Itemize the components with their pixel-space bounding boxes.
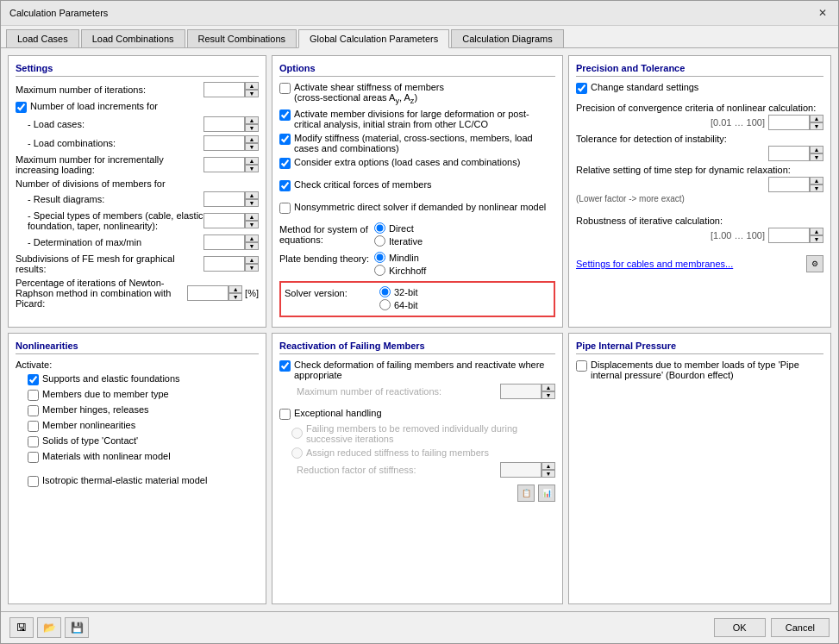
supports-checkbox[interactable] <box>28 374 39 385</box>
solver-32-radio[interactable] <box>379 286 391 297</box>
robustness-down[interactable]: ▼ <box>810 235 823 243</box>
max-reactivations-input[interactable]: 5 <box>500 384 542 399</box>
iterative-radio[interactable] <box>374 235 385 247</box>
robustness-up[interactable]: ▲ <box>810 228 823 235</box>
load-combinations-down[interactable]: ▼ <box>245 143 259 151</box>
max-incrementally-up[interactable]: ▲ <box>245 157 259 165</box>
tab-result-combinations[interactable]: Result Combinations <box>187 29 297 47</box>
options-title: Options <box>279 63 555 77</box>
bottom-buttons: OK Cancel <box>714 618 830 637</box>
convergence-down[interactable]: ▼ <box>810 122 823 130</box>
tolerance-input[interactable]: 1.00 <box>768 146 810 161</box>
subdivisions-spinbox: 0 ▲ ▼ <box>203 256 259 272</box>
cables-icon[interactable]: ⚙ <box>806 255 823 272</box>
convergence-input[interactable]: 10.00 <box>768 115 810 130</box>
tolerance-down[interactable]: ▼ <box>810 153 823 161</box>
load-increments-checkbox[interactable] <box>16 102 27 113</box>
max-iterations-down[interactable]: ▼ <box>245 90 259 97</box>
mindlin-radio-row: Mindlin <box>374 252 426 263</box>
modify-stiffness-checkbox[interactable] <box>279 134 291 145</box>
members-type-checkbox[interactable] <box>28 390 39 401</box>
max-reactivations-down[interactable]: ▼ <box>542 391 555 399</box>
solver-64-radio[interactable] <box>379 299 391 310</box>
determination-down[interactable]: ▼ <box>245 242 259 250</box>
check-deform-checkbox[interactable] <box>279 360 291 372</box>
max-reactivations-label: Maximum number of reactivations: <box>297 386 500 397</box>
exceptional-checkbox[interactable] <box>279 409 291 420</box>
reduction-down[interactable]: ▼ <box>542 470 555 478</box>
load-cases-up[interactable]: ▲ <box>245 116 259 124</box>
reduction-input[interactable]: 1000 <box>500 462 542 478</box>
materials-checkbox[interactable] <box>28 452 39 463</box>
solids-checkbox[interactable] <box>28 436 39 447</box>
special-types-input[interactable]: 10 <box>203 213 245 228</box>
max-incrementally-input[interactable]: 1000 <box>203 157 245 172</box>
tab-load-cases[interactable]: Load Cases <box>6 29 79 47</box>
member-nonlinear-checkbox[interactable] <box>28 421 39 432</box>
load-cases-down[interactable]: ▼ <box>245 124 259 132</box>
kirchhoff-radio[interactable] <box>374 265 385 276</box>
shear-stiffness-row: Activate shear stiffness of members(cros… <box>279 82 555 105</box>
options-panel: Options Activate shear stiffness of memb… <box>272 55 563 328</box>
bottom-icon-1[interactable]: 🖫 <box>9 617 34 638</box>
subdivisions-input[interactable]: 0 <box>203 256 245 272</box>
result-diagrams-down[interactable]: ▼ <box>245 199 259 207</box>
max-reactivations-up[interactable]: ▲ <box>542 384 555 391</box>
reactivation-icon-2[interactable]: 📊 <box>538 485 555 502</box>
change-settings-checkbox[interactable] <box>576 83 587 94</box>
load-combinations-up[interactable]: ▲ <box>245 135 259 143</box>
members-type-row: Members due to member type <box>28 389 259 401</box>
time-step-input[interactable]: 1.00 <box>768 177 810 192</box>
reduction-up[interactable]: ▲ <box>542 462 555 470</box>
failing-remove-radio[interactable] <box>291 428 303 439</box>
max-iterations-up[interactable]: ▲ <box>245 82 259 90</box>
special-types-down[interactable]: ▼ <box>245 221 259 228</box>
max-incrementally-down[interactable]: ▼ <box>245 165 259 172</box>
result-diagrams-input[interactable]: 10 <box>203 191 245 207</box>
materials-label: Materials with nonlinear model <box>42 451 171 461</box>
percentage-up[interactable]: ▲ <box>229 285 242 293</box>
nonsymmetric-checkbox[interactable] <box>279 203 291 214</box>
special-types-label: - Special types of members (cable, elast… <box>28 210 203 231</box>
check-critical-checkbox[interactable] <box>279 180 291 191</box>
direct-radio[interactable] <box>374 222 385 234</box>
bottom-icon-3[interactable]: 💾 <box>65 617 89 638</box>
subdivisions-up[interactable]: ▲ <box>245 256 259 264</box>
tab-calculation-diagrams[interactable]: Calculation Diagrams <box>451 29 564 47</box>
divisions-label: Number of divisions of members for <box>16 178 259 189</box>
tab-global-calculation[interactable]: Global Calculation Parameters <box>298 29 449 48</box>
reactivation-icon-1[interactable]: 📋 <box>517 485 535 502</box>
load-cases-input[interactable]: 10 <box>203 116 245 132</box>
extra-options-checkbox[interactable] <box>279 158 291 169</box>
displacements-checkbox[interactable] <box>576 360 587 372</box>
percentage-input[interactable]: 25 <box>187 285 229 301</box>
time-step-up[interactable]: ▲ <box>810 177 823 184</box>
determination-input[interactable]: 10 <box>203 234 245 250</box>
close-button[interactable]: ✕ <box>816 6 830 20</box>
tolerance-label: Tolerance for detection of instability: <box>576 134 823 144</box>
isotropic-checkbox[interactable] <box>28 476 39 487</box>
result-diagrams-up[interactable]: ▲ <box>245 191 259 199</box>
tab-load-combinations[interactable]: Load Combinations <box>81 29 185 47</box>
determination-up[interactable]: ▲ <box>245 234 259 242</box>
mindlin-radio[interactable] <box>374 252 385 263</box>
assign-reduced-radio[interactable] <box>291 447 303 459</box>
time-step-label: Relative setting of time step for dynami… <box>576 165 823 175</box>
special-types-up[interactable]: ▲ <box>245 213 259 221</box>
percentage-down[interactable]: ▼ <box>229 293 242 301</box>
cancel-button[interactable]: Cancel <box>771 618 830 637</box>
shear-stiffness-checkbox[interactable] <box>279 83 291 94</box>
time-step-down[interactable]: ▼ <box>810 184 823 192</box>
member-divisions-checkbox[interactable] <box>279 109 291 121</box>
robustness-input[interactable]: 10.00 <box>768 228 810 243</box>
bottom-icon-2[interactable]: 📂 <box>37 617 61 638</box>
load-combinations-input[interactable]: 10 <box>203 135 245 151</box>
check-critical-label: Check critical forces of members <box>294 179 432 190</box>
member-hinges-checkbox[interactable] <box>28 405 39 416</box>
subdivisions-down[interactable]: ▼ <box>245 264 259 272</box>
cables-link[interactable]: Settings for cables and membranes... <box>576 259 733 269</box>
tolerance-up[interactable]: ▲ <box>810 146 823 153</box>
max-iterations-input[interactable]: 1000 <box>203 82 245 97</box>
convergence-up[interactable]: ▲ <box>810 115 823 122</box>
ok-button[interactable]: OK <box>714 618 766 637</box>
